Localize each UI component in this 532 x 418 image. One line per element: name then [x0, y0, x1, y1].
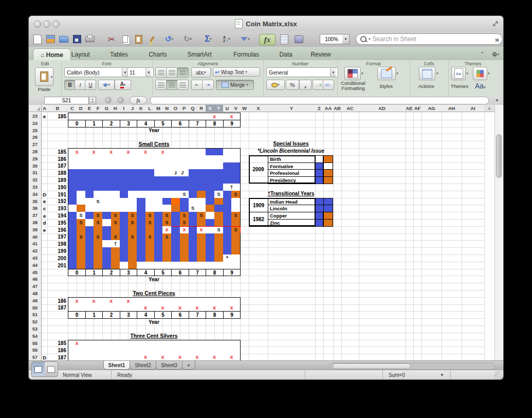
matrix-cell[interactable] — [94, 262, 103, 269]
tab-data[interactable]: Data — [272, 48, 300, 60]
matrix-cell[interactable] — [206, 240, 215, 248]
column-header-G[interactable]: G — [102, 105, 112, 112]
matrix-cell[interactable] — [171, 212, 180, 220]
actions-dropdown[interactable]: ▾ — [436, 71, 438, 76]
matrix-cell[interactable] — [128, 226, 137, 234]
year-digit-cell[interactable]: 8 — [206, 311, 224, 319]
comma-button[interactable]: , — [299, 80, 311, 90]
matrix-cell[interactable] — [128, 255, 137, 262]
matrix-cell[interactable]: S — [94, 233, 103, 241]
matrix-cell[interactable]: X — [102, 297, 120, 305]
year-digit-cell[interactable]: 5 — [154, 269, 172, 276]
transitional-label[interactable]: Lincoln — [268, 205, 315, 212]
format-painter-icon[interactable] — [146, 33, 158, 45]
resize-icon[interactable] — [492, 20, 499, 27]
year-digit-cell[interactable]: 0 — [68, 120, 86, 128]
matrix-cell[interactable] — [111, 247, 120, 255]
matrix-cell[interactable] — [102, 347, 120, 354]
matrix-cell[interactable] — [197, 247, 206, 255]
decade-letter[interactable]: e — [42, 113, 47, 120]
column-header-E[interactable]: E — [85, 105, 95, 112]
matrix-cell[interactable] — [120, 262, 129, 269]
date-prefix-cell[interactable]: 193 — [47, 205, 66, 212]
matrix-cell[interactable] — [171, 297, 189, 305]
matrix-cell[interactable] — [137, 226, 146, 234]
matrix-cell[interactable] — [223, 247, 232, 255]
matrix-cell[interactable]: S — [231, 226, 241, 234]
matrix-cell[interactable] — [85, 219, 94, 227]
special-issues-subtitle[interactable]: *Lincoln Bicentennial Issue — [241, 148, 341, 154]
ribbon-collapse-button[interactable]: ⌃ — [477, 48, 488, 60]
bold-button[interactable]: B — [64, 80, 76, 90]
matrix-cell[interactable] — [197, 191, 206, 198]
actions-button[interactable] — [419, 67, 435, 80]
matrix-cell[interactable]: S — [94, 198, 103, 205]
matrix-cell[interactable] — [206, 155, 224, 163]
matrix-cell[interactable] — [223, 176, 241, 184]
matrix-cell[interactable] — [102, 162, 120, 170]
matrix-cell[interactable] — [189, 113, 206, 120]
theme-colors-button[interactable] — [473, 67, 487, 80]
year-digit-cell[interactable]: 6 — [171, 311, 189, 319]
matrix-cell[interactable]: X — [120, 297, 137, 305]
row-header-47[interactable]: 47 — [29, 283, 42, 290]
row-header-43[interactable]: 43 — [29, 255, 42, 262]
matrix-cell[interactable] — [223, 212, 232, 220]
matrix-cell[interactable] — [120, 340, 137, 347]
matrix-cell[interactable]: X — [206, 113, 224, 120]
matrix-cell[interactable] — [189, 176, 206, 184]
matrix-cell[interactable] — [214, 205, 224, 212]
matrix-cell[interactable] — [120, 255, 129, 262]
matrix-cell[interactable] — [68, 169, 86, 177]
column-header-K[interactable]: K — [137, 105, 146, 112]
matrix-cell[interactable] — [137, 262, 146, 269]
matrix-cell[interactable]: S — [162, 212, 172, 220]
matrix-cell[interactable] — [85, 198, 94, 205]
tab-smartart[interactable]: SmartArt — [180, 48, 218, 60]
column-header-J[interactable]: J — [128, 105, 137, 112]
matrix-cell[interactable] — [137, 113, 155, 120]
matrix-cell[interactable] — [77, 247, 86, 255]
matrix-cell[interactable] — [77, 226, 86, 234]
sheet-tab-sheet3[interactable]: Sheet3 — [156, 361, 182, 370]
date-prefix-cell[interactable]: 186 — [47, 347, 66, 354]
transitional-cell[interactable] — [323, 219, 333, 227]
name-box-stepper[interactable]: ▴▾ — [89, 97, 96, 104]
matrix-cell[interactable] — [102, 340, 120, 347]
wrap-text-button[interactable]: ↩ Wrap Text ▾ — [213, 67, 260, 77]
row-header-38[interactable]: 38 — [29, 219, 42, 227]
page-layout-view-button[interactable] — [45, 362, 58, 376]
matrix-cell[interactable] — [120, 191, 129, 198]
column-header-I[interactable]: I — [120, 105, 129, 112]
matrix-cell[interactable] — [77, 255, 86, 262]
matrix-cell[interactable]: S — [180, 212, 189, 220]
zoom-dropdown[interactable]: ▾ — [342, 34, 350, 44]
redo-icon[interactable]: ↻▾ — [182, 33, 193, 45]
matrix-cell[interactable]: X — [137, 304, 155, 312]
matrix-cell[interactable] — [102, 304, 120, 312]
toolbar-overflow[interactable]: » — [491, 33, 503, 45]
matrix-cell[interactable] — [68, 354, 86, 360]
sum-dropdown[interactable]: ▼ — [440, 373, 444, 377]
matrix-cell[interactable]: X — [189, 304, 206, 312]
matrix-cell[interactable] — [180, 240, 189, 248]
matrix-cell[interactable] — [102, 198, 112, 205]
matrix-cell[interactable] — [102, 176, 120, 184]
year-digit-cell[interactable]: 2 — [102, 311, 120, 319]
matrix-cell[interactable] — [137, 233, 146, 241]
matrix-cell[interactable] — [94, 226, 103, 234]
matrix-cell[interactable] — [189, 340, 206, 347]
year-digit-cell[interactable]: 3 — [120, 311, 137, 319]
column-header-AD[interactable]: AD — [359, 105, 406, 112]
special-issues-title[interactable]: Special Issues — [244, 140, 338, 147]
matrix-cell[interactable] — [137, 340, 155, 347]
matrix-cell[interactable] — [206, 205, 215, 212]
matrix-cell[interactable] — [102, 219, 112, 227]
column-header-V[interactable]: V — [231, 105, 241, 112]
matrix-cell[interactable] — [171, 184, 189, 191]
matrix-cell[interactable] — [206, 247, 215, 255]
matrix-cell[interactable] — [145, 240, 155, 248]
special-issue-cell[interactable] — [315, 169, 323, 177]
matrix-cell[interactable] — [120, 113, 137, 120]
matrix-cell[interactable] — [128, 240, 137, 248]
